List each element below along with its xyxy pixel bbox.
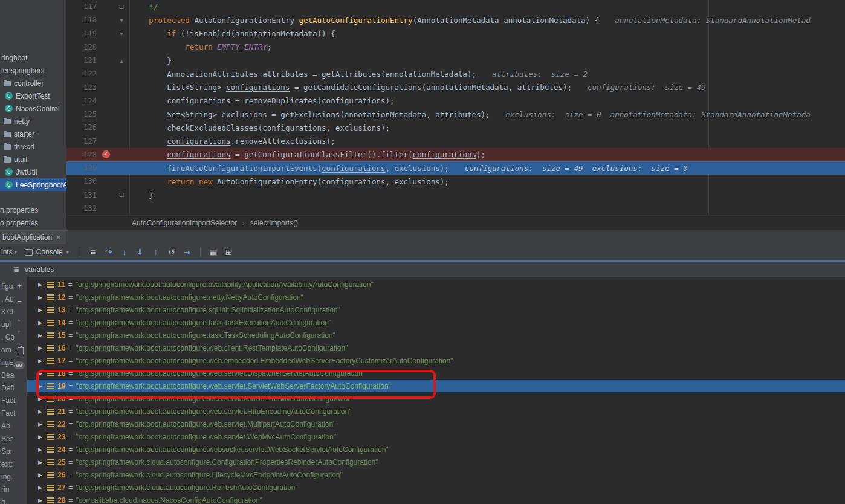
project-item-ExportTest[interactable]: CExportTest <box>0 89 66 102</box>
project-item-utuil[interactable]: utuil <box>0 153 66 166</box>
editor-line-119[interactable]: 119▾ if (!isEnabled(annotationMetadata))… <box>66 27 845 40</box>
project-item-starter[interactable]: starter <box>0 128 66 140</box>
variable-row-13[interactable]: ▶13="org.springframework.boot.autoconfig… <box>27 303 845 316</box>
project-item-leespringboot[interactable]: leespringboot <box>0 64 66 77</box>
project-item-netty[interactable]: netty <box>0 115 66 128</box>
step-out-icon[interactable]: ↑ <box>148 247 164 257</box>
editor-line-123[interactable]: 123 List<String> configurations = getCan… <box>66 81 845 94</box>
code-text[interactable]: List<String> configurations = getCandida… <box>128 83 706 92</box>
project-item-JwtUtil[interactable]: CJwtUtil <box>0 166 66 178</box>
editor-line-121[interactable]: 121▴ } <box>66 54 845 67</box>
expand-arrow-icon[interactable]: ▶ <box>38 383 45 389</box>
variable-row-11[interactable]: ▶11="org.springframework.boot.autoconfig… <box>27 278 845 291</box>
add-watch-button[interactable]: + <box>15 282 24 290</box>
editor-line-120[interactable]: 120 return EMPTY_ENTRY; <box>66 40 845 54</box>
fold-marker-icon[interactable]: ▾ <box>115 30 128 37</box>
variable-row-20[interactable]: ▶20="org.springframework.boot.autoconfig… <box>27 392 845 405</box>
project-item-LeeSpringbootAp[interactable]: CLeeSpringbootAp <box>0 178 66 191</box>
variable-row-21[interactable]: ▶21="org.springframework.boot.autoconfig… <box>27 405 845 418</box>
mute-breakpoints-icon[interactable]: ≡ <box>85 247 101 257</box>
step-over-icon[interactable]: ↷ <box>101 247 117 257</box>
breakpoint-icon[interactable]: ✓ <box>102 150 110 158</box>
project-item-ringboot[interactable]: ringboot <box>0 51 66 64</box>
close-tab-icon[interactable]: × <box>56 233 60 242</box>
console-tab[interactable]: Console ▾ <box>19 244 75 260</box>
expand-arrow-icon[interactable]: ▶ <box>38 332 45 338</box>
code-text[interactable]: protected AutoConfigurationEntry getAuto… <box>128 16 811 25</box>
layout-settings-icon[interactable]: ⊞ <box>221 247 237 257</box>
expand-arrow-icon[interactable]: ▶ <box>38 370 45 376</box>
expand-arrow-icon[interactable]: ▶ <box>38 396 45 402</box>
variable-row-16[interactable]: ▶16="org.springframework.boot.autoconfig… <box>27 341 845 354</box>
variable-row-17[interactable]: ▶17="org.springframework.boot.autoconfig… <box>27 354 845 367</box>
editor-line-129[interactable]: 129 fireAutoConfigurationImportEvents(co… <box>66 161 845 175</box>
fold-marker-icon[interactable]: ▴ <box>115 57 128 64</box>
project-item-thread[interactable]: thread <box>0 140 66 153</box>
project-item-o.properties[interactable]: o.properties <box>0 216 66 229</box>
editor-line-131[interactable]: 131⊟ } <box>66 189 845 202</box>
breadcrumb-class[interactable]: AutoConfigurationImportSelector <box>132 219 237 227</box>
code-text[interactable]: return EMPTY_ENTRY; <box>128 42 271 51</box>
editor-line-128[interactable]: 128✓ configurations = getConfigurationCl… <box>66 148 845 161</box>
variable-row-15[interactable]: ▶15="org.springframework.boot.autoconfig… <box>27 329 845 341</box>
project-item-n.properties[interactable]: n.properties <box>0 204 66 216</box>
copy-icon[interactable] <box>16 346 22 352</box>
code-text[interactable]: configurations = getConfigurationClassFi… <box>128 150 485 159</box>
code-text[interactable]: } <box>128 56 172 65</box>
expand-arrow-icon[interactable]: ▶ <box>38 459 45 465</box>
code-text[interactable]: if (!isEnabled(annotationMetadata)) { <box>128 29 335 38</box>
code-text[interactable]: fireAutoConfigurationImportEvents(config… <box>128 164 688 173</box>
variable-row-24[interactable]: ▶24="org.springframework.boot.autoconfig… <box>27 443 845 456</box>
expand-arrow-icon[interactable]: ▶ <box>38 497 45 503</box>
expand-arrow-icon[interactable]: ▶ <box>38 345 45 351</box>
code-text[interactable]: checkExcludedClasses(configurations, exc… <box>128 123 390 132</box>
expand-arrow-icon[interactable]: ▶ <box>38 472 45 478</box>
breakpoint-gutter[interactable]: ✓ <box>97 150 115 158</box>
code-editor[interactable]: 117⊟ */118▾ protected AutoConfigurationE… <box>66 0 845 215</box>
fold-marker-icon[interactable]: ⊟ <box>115 192 128 198</box>
fold-marker-icon[interactable]: ▾ <box>115 17 128 24</box>
variable-row-28[interactable]: ▶28="com.alibaba.cloud.nacos.NacosConfig… <box>27 494 845 504</box>
force-step-into-icon[interactable]: ⇓ <box>132 247 148 257</box>
expand-arrow-icon[interactable]: ▶ <box>38 421 45 427</box>
breadcrumb-method[interactable]: selectImports() <box>250 219 298 227</box>
debug-session-tab[interactable]: bootApplication × <box>0 230 66 244</box>
expand-arrow-icon[interactable]: ▶ <box>38 409 45 415</box>
code-text[interactable]: } <box>128 190 154 199</box>
editor-line-117[interactable]: 117⊟ */ <box>66 0 845 13</box>
expand-arrow-icon[interactable]: ▶ <box>38 434 45 440</box>
variable-row-12[interactable]: ▶12="org.springframework.boot.autoconfig… <box>27 291 845 303</box>
editor-line-132[interactable]: 132 <box>66 202 845 215</box>
scroll-down-icon[interactable]: ▼ <box>16 330 21 335</box>
expand-arrow-icon[interactable]: ▶ <box>38 447 45 453</box>
expand-arrow-icon[interactable]: ▶ <box>38 320 45 326</box>
code-text[interactable]: return new AutoConfigurationEntry(config… <box>128 177 449 186</box>
scroll-up-icon[interactable]: ▲ <box>16 318 21 323</box>
editor-line-118[interactable]: 118▾ protected AutoConfigurationEntry ge… <box>66 13 845 27</box>
editor-line-122[interactable]: 122 AnnotationAttributes attributes = ge… <box>66 67 845 80</box>
step-into-icon[interactable]: ↓ <box>117 247 132 257</box>
variables-panel[interactable]: ▶11="org.springframework.boot.autoconfig… <box>27 277 845 504</box>
variable-row-19[interactable]: ▶19="org.springframework.boot.autoconfig… <box>27 380 845 392</box>
variable-row-23[interactable]: ▶23="org.springframework.boot.autoconfig… <box>27 430 845 443</box>
coverage-table-icon[interactable]: ▦ <box>206 247 221 257</box>
variable-row-14[interactable]: ▶14="org.springframework.boot.autoconfig… <box>27 316 845 329</box>
editor-line-126[interactable]: 126 checkExcludedClasses(configurations,… <box>66 121 845 134</box>
project-item-NacosControl[interactable]: CNacosControl <box>0 102 66 115</box>
expand-arrow-icon[interactable]: ▶ <box>38 307 45 313</box>
variable-row-26[interactable]: ▶26="org.springframework.cloud.autoconfi… <box>27 468 845 481</box>
expand-arrow-icon[interactable]: ▶ <box>38 282 45 288</box>
code-text[interactable]: configurations = removeDuplicates(config… <box>128 96 395 105</box>
editor-line-125[interactable]: 125 Set<String> exclusions = getExclusio… <box>66 108 845 121</box>
code-text[interactable]: */ <box>128 2 158 11</box>
variable-row-27[interactable]: ▶27="org.springframework.cloud.autoconfi… <box>27 481 845 494</box>
fold-marker-icon[interactable]: ⊟ <box>115 4 128 10</box>
editor-line-124[interactable]: 124 configurations = removeDuplicates(co… <box>66 94 845 108</box>
drop-frame-icon[interactable]: ↺ <box>164 247 180 257</box>
run-to-cursor-icon[interactable]: ⇥ <box>180 247 195 257</box>
editor-line-127[interactable]: 127 configurations.removeAll(exclusions)… <box>66 135 845 148</box>
project-item-controller[interactable]: controller <box>0 77 66 89</box>
code-text[interactable]: configurations.removeAll(exclusions); <box>128 137 335 146</box>
expand-arrow-icon[interactable]: ▶ <box>38 358 45 364</box>
variable-row-18[interactable]: ▶18="org.springframework.boot.autoconfig… <box>27 367 845 380</box>
